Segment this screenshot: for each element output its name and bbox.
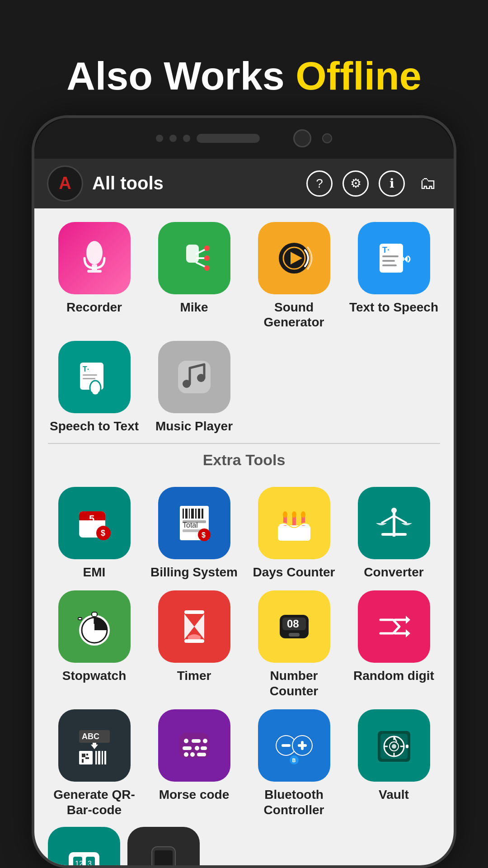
sound-generator-label: Sound Generator <box>248 300 340 330</box>
svg-text:T·: T· <box>83 365 89 373</box>
svg-rect-96 <box>197 753 206 756</box>
svg-point-6 <box>204 265 210 271</box>
vault-icon <box>358 709 430 782</box>
app-item-emi[interactable]: 5 $ EMI <box>48 487 141 580</box>
days-counter-icon <box>258 487 330 559</box>
divider-line <box>48 443 440 444</box>
app-item-converter[interactable]: Converter <box>347 487 440 580</box>
app-item-text-to-speech[interactable]: T· Text to Speech <box>347 222 440 330</box>
app-item-speech-to-text[interactable]: T· Speech to Text <box>48 341 141 434</box>
bottom1-icon: 12 3 <box>48 827 120 868</box>
svg-text:T·: T· <box>382 245 389 255</box>
music-player-label: Music Player <box>155 419 233 434</box>
stopwatch-label: Stopwatch <box>62 668 127 684</box>
sensor-dot-1 <box>156 135 163 142</box>
random-digit-icon <box>358 590 430 663</box>
svg-rect-22 <box>94 396 96 399</box>
days-counter-label: Days Counter <box>253 565 335 580</box>
svg-text:12: 12 <box>75 860 83 868</box>
timer-label: Timer <box>177 668 211 684</box>
svg-point-5 <box>204 255 210 261</box>
svg-rect-80 <box>85 757 89 759</box>
content-area: Recorder Mike <box>34 208 454 868</box>
svg-point-95 <box>190 752 195 757</box>
svg-rect-54 <box>393 510 395 537</box>
app-item-music-player[interactable]: Music Player <box>148 341 240 434</box>
app-item-bluetooth[interactable]: ʙ Bluetooth Controller <box>248 709 340 817</box>
svg-point-52 <box>292 511 296 518</box>
bottom2-icon <box>127 827 200 868</box>
svg-rect-41 <box>202 509 203 519</box>
music-player-icon <box>158 341 230 413</box>
svg-text:Total: Total <box>183 521 198 529</box>
morse-icon <box>158 709 230 782</box>
text-to-speech-label: Text to Speech <box>349 300 438 315</box>
speech-to-text-label: Speech to Text <box>50 419 139 434</box>
settings-icon[interactable]: ⚙ <box>343 170 369 197</box>
camera-secondary <box>322 133 332 143</box>
app-item-qr[interactable]: ABC <box>48 709 141 817</box>
help-icon[interactable]: ? <box>306 170 333 197</box>
sensor-dot-3 <box>183 135 190 142</box>
svg-point-94 <box>184 752 188 757</box>
app-item-sound-generator[interactable]: Sound Generator <box>248 222 340 330</box>
svg-rect-40 <box>198 509 200 519</box>
svg-marker-71 <box>406 629 410 637</box>
svg-text:ʙ: ʙ <box>292 756 296 764</box>
header-title: Also Works Offline <box>66 54 422 98</box>
vault-label: Vault <box>379 787 409 802</box>
svg-rect-85 <box>97 751 97 764</box>
svg-rect-84 <box>104 751 106 764</box>
app-bar: A All tools ? ⚙ ℹ 🗂 <box>34 159 454 208</box>
svg-text:08: 08 <box>287 618 299 630</box>
recorder-label: Recorder <box>66 300 122 315</box>
phone-sensors <box>156 129 332 147</box>
phone-frame: A All tools ? ⚙ ℹ 🗂 R <box>32 115 456 868</box>
header-section: Also Works Offline <box>66 27 422 98</box>
app-item-morse[interactable]: Morse code <box>148 709 240 817</box>
svg-rect-69 <box>289 633 300 637</box>
app-item-random-digit[interactable]: Random digit <box>347 590 440 698</box>
svg-text:ABC: ABC <box>82 732 99 741</box>
svg-rect-55 <box>381 533 407 536</box>
svg-rect-37 <box>189 509 190 519</box>
svg-text:$: $ <box>202 531 206 539</box>
svg-rect-89 <box>192 739 201 743</box>
app-item-recorder[interactable]: Recorder <box>48 222 141 330</box>
app-item-mike[interactable]: Mike <box>148 222 240 330</box>
app-logo: A <box>47 165 83 202</box>
svg-rect-63 <box>78 618 82 620</box>
svg-rect-16 <box>401 257 404 261</box>
svg-rect-24 <box>178 361 211 393</box>
svg-rect-93 <box>201 746 207 750</box>
app-item-number-counter[interactable]: 08 Number Counter <box>248 590 340 698</box>
svg-line-57 <box>394 516 407 523</box>
svg-rect-36 <box>185 509 188 519</box>
app-item-stopwatch[interactable]: Stopwatch <box>48 590 141 698</box>
info-icon[interactable]: ℹ <box>379 170 405 197</box>
svg-rect-81 <box>95 751 97 764</box>
phone-top <box>34 118 454 159</box>
svg-point-115 <box>392 744 396 749</box>
recorder-icon <box>58 222 131 294</box>
emi-label: EMI <box>83 565 106 580</box>
svg-rect-101 <box>282 744 291 747</box>
svg-rect-20 <box>83 378 95 379</box>
app-item-timer[interactable]: Timer <box>148 590 240 698</box>
app-item-billing[interactable]: Total $ Billing System <box>148 487 240 580</box>
app-item-days-counter[interactable]: Days Counter <box>248 487 340 580</box>
divider-section: Extra Tools <box>48 443 440 478</box>
svg-rect-114 <box>406 745 408 748</box>
app-item-vault[interactable]: Vault <box>347 709 440 817</box>
svg-point-25 <box>183 380 191 388</box>
svg-rect-123 <box>155 850 173 868</box>
folder-icon[interactable]: 🗂 <box>415 170 441 197</box>
svg-rect-75 <box>93 743 96 746</box>
bluetooth-icon: ʙ <box>258 709 330 782</box>
app-item-bottom2[interactable] <box>127 827 200 868</box>
svg-point-53 <box>301 511 305 518</box>
svg-text:$: $ <box>101 528 105 538</box>
svg-point-92 <box>195 746 199 750</box>
svg-marker-70 <box>406 616 410 624</box>
app-item-bottom1[interactable]: 12 3 <box>48 827 120 868</box>
